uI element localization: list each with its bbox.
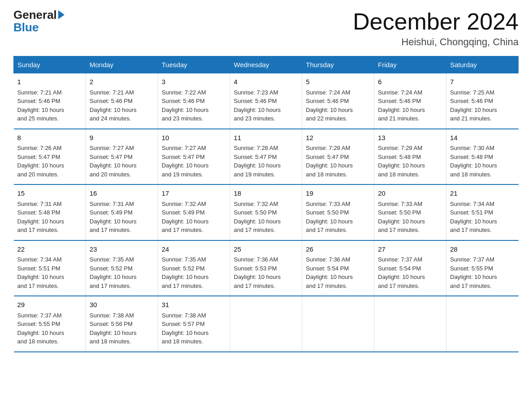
table-row: 10 Sunrise: 7:27 AMSunset: 5:47 PMDaylig…	[158, 129, 230, 185]
col-wednesday: Wednesday	[230, 56, 302, 73]
table-row: 22 Sunrise: 7:34 AMSunset: 5:51 PMDaylig…	[14, 240, 86, 296]
day-number: 27	[378, 244, 442, 255]
day-number: 8	[17, 133, 82, 143]
table-row: 29 Sunrise: 7:37 AMSunset: 5:55 PMDaylig…	[14, 296, 86, 352]
day-info: Sunrise: 7:38 AMSunset: 5:57 PMDaylight:…	[162, 312, 209, 345]
day-number: 17	[162, 188, 226, 199]
day-info: Sunrise: 7:33 AMSunset: 5:50 PMDaylight:…	[378, 201, 425, 234]
table-row: 4 Sunrise: 7:23 AMSunset: 5:46 PMDayligh…	[230, 73, 302, 129]
page-title: December 2024	[353, 9, 519, 34]
table-row: 5 Sunrise: 7:24 AMSunset: 5:46 PMDayligh…	[302, 73, 374, 129]
day-info: Sunrise: 7:21 AMSunset: 5:46 PMDaylight:…	[90, 89, 137, 122]
page-header: General Blue December 2024 Heishui, Chon…	[13, 9, 519, 48]
day-info: Sunrise: 7:37 AMSunset: 5:54 PMDaylight:…	[378, 256, 425, 289]
day-info: Sunrise: 7:37 AMSunset: 5:55 PMDaylight:…	[450, 256, 497, 289]
table-row	[374, 296, 446, 352]
logo-triangle-icon	[58, 10, 64, 19]
day-number: 31	[162, 300, 226, 310]
day-info: Sunrise: 7:38 AMSunset: 5:56 PMDaylight:…	[90, 312, 137, 345]
day-info: Sunrise: 7:34 AMSunset: 5:51 PMDaylight:…	[17, 256, 64, 289]
table-row: 15 Sunrise: 7:31 AMSunset: 5:48 PMDaylig…	[14, 184, 86, 240]
day-number: 19	[306, 188, 370, 199]
day-number: 15	[17, 188, 82, 199]
title-area: December 2024 Heishui, Chongqing, China	[353, 9, 519, 48]
day-number: 10	[162, 133, 226, 143]
table-row: 31 Sunrise: 7:38 AMSunset: 5:57 PMDaylig…	[158, 296, 230, 352]
calendar-week-3: 15 Sunrise: 7:31 AMSunset: 5:48 PMDaylig…	[14, 184, 519, 240]
col-monday: Monday	[86, 56, 158, 73]
table-row	[302, 296, 374, 352]
day-number: 29	[17, 300, 82, 310]
table-row: 9 Sunrise: 7:27 AMSunset: 5:47 PMDayligh…	[86, 129, 158, 185]
day-info: Sunrise: 7:28 AMSunset: 5:47 PMDaylight:…	[234, 145, 281, 178]
table-row: 19 Sunrise: 7:33 AMSunset: 5:50 PMDaylig…	[302, 184, 374, 240]
calendar-body: 1 Sunrise: 7:21 AMSunset: 5:46 PMDayligh…	[14, 73, 519, 352]
table-row: 12 Sunrise: 7:29 AMSunset: 5:47 PMDaylig…	[302, 129, 374, 185]
day-info: Sunrise: 7:27 AMSunset: 5:47 PMDaylight:…	[162, 145, 209, 178]
calendar-week-5: 29 Sunrise: 7:37 AMSunset: 5:55 PMDaylig…	[14, 296, 519, 352]
day-number: 18	[234, 188, 298, 199]
table-row: 21 Sunrise: 7:34 AMSunset: 5:51 PMDaylig…	[446, 184, 519, 240]
table-row: 25 Sunrise: 7:36 AMSunset: 5:53 PMDaylig…	[230, 240, 302, 296]
table-row: 18 Sunrise: 7:32 AMSunset: 5:50 PMDaylig…	[230, 184, 302, 240]
table-row: 16 Sunrise: 7:31 AMSunset: 5:49 PMDaylig…	[86, 184, 158, 240]
logo-blue: Blue	[13, 21, 39, 34]
calendar-week-2: 8 Sunrise: 7:26 AMSunset: 5:47 PMDayligh…	[14, 129, 519, 185]
day-number: 3	[162, 77, 226, 87]
logo-text: General	[13, 9, 66, 21]
day-info: Sunrise: 7:36 AMSunset: 5:54 PMDaylight:…	[306, 256, 353, 289]
day-number: 9	[90, 133, 154, 143]
logo-blue-text: Blue	[13, 21, 39, 34]
table-row: 28 Sunrise: 7:37 AMSunset: 5:55 PMDaylig…	[446, 240, 519, 296]
day-info: Sunrise: 7:30 AMSunset: 5:48 PMDaylight:…	[450, 145, 497, 178]
table-row: 6 Sunrise: 7:24 AMSunset: 5:46 PMDayligh…	[374, 73, 446, 129]
day-number: 6	[378, 77, 442, 87]
day-number: 1	[17, 77, 82, 87]
day-info: Sunrise: 7:35 AMSunset: 5:52 PMDaylight:…	[90, 256, 137, 289]
calendar-week-1: 1 Sunrise: 7:21 AMSunset: 5:46 PMDayligh…	[14, 73, 519, 129]
day-info: Sunrise: 7:25 AMSunset: 5:46 PMDaylight:…	[450, 89, 497, 122]
day-number: 30	[90, 300, 154, 310]
day-info: Sunrise: 7:26 AMSunset: 5:47 PMDaylight:…	[17, 145, 64, 178]
day-number: 11	[234, 133, 298, 143]
table-row: 26 Sunrise: 7:36 AMSunset: 5:54 PMDaylig…	[302, 240, 374, 296]
calendar-header: Sunday Monday Tuesday Wednesday Thursday…	[14, 56, 519, 73]
day-number: 14	[450, 133, 515, 143]
table-row: 27 Sunrise: 7:37 AMSunset: 5:54 PMDaylig…	[374, 240, 446, 296]
day-info: Sunrise: 7:29 AMSunset: 5:47 PMDaylight:…	[306, 145, 353, 178]
day-number: 28	[450, 244, 515, 255]
day-number: 20	[378, 188, 442, 199]
header-row: Sunday Monday Tuesday Wednesday Thursday…	[14, 56, 519, 73]
day-info: Sunrise: 7:33 AMSunset: 5:50 PMDaylight:…	[306, 201, 353, 234]
day-info: Sunrise: 7:32 AMSunset: 5:49 PMDaylight:…	[162, 201, 209, 234]
day-info: Sunrise: 7:29 AMSunset: 5:48 PMDaylight:…	[378, 145, 425, 178]
table-row	[230, 296, 302, 352]
day-info: Sunrise: 7:22 AMSunset: 5:46 PMDaylight:…	[162, 89, 209, 122]
table-row: 11 Sunrise: 7:28 AMSunset: 5:47 PMDaylig…	[230, 129, 302, 185]
day-number: 25	[234, 244, 298, 255]
day-number: 2	[90, 77, 154, 87]
day-number: 4	[234, 77, 298, 87]
day-number: 26	[306, 244, 370, 255]
day-info: Sunrise: 7:24 AMSunset: 5:46 PMDaylight:…	[306, 89, 353, 122]
page-subtitle: Heishui, Chongqing, China	[353, 36, 519, 48]
day-info: Sunrise: 7:37 AMSunset: 5:55 PMDaylight:…	[17, 312, 64, 345]
table-row: 7 Sunrise: 7:25 AMSunset: 5:46 PMDayligh…	[446, 73, 519, 129]
day-info: Sunrise: 7:27 AMSunset: 5:47 PMDaylight:…	[90, 145, 137, 178]
table-row: 2 Sunrise: 7:21 AMSunset: 5:46 PMDayligh…	[86, 73, 158, 129]
table-row: 3 Sunrise: 7:22 AMSunset: 5:46 PMDayligh…	[158, 73, 230, 129]
day-number: 7	[450, 77, 515, 87]
day-number: 5	[306, 77, 370, 87]
table-row	[446, 296, 519, 352]
day-info: Sunrise: 7:34 AMSunset: 5:51 PMDaylight:…	[450, 201, 497, 234]
calendar-week-4: 22 Sunrise: 7:34 AMSunset: 5:51 PMDaylig…	[14, 240, 519, 296]
day-info: Sunrise: 7:31 AMSunset: 5:48 PMDaylight:…	[17, 201, 64, 234]
table-row: 23 Sunrise: 7:35 AMSunset: 5:52 PMDaylig…	[86, 240, 158, 296]
logo-general: General	[13, 9, 57, 21]
logo: General Blue	[13, 9, 66, 34]
day-number: 22	[17, 244, 82, 255]
table-row: 14 Sunrise: 7:30 AMSunset: 5:48 PMDaylig…	[446, 129, 519, 185]
day-number: 12	[306, 133, 370, 143]
day-info: Sunrise: 7:24 AMSunset: 5:46 PMDaylight:…	[378, 89, 425, 122]
col-saturday: Saturday	[446, 56, 519, 73]
